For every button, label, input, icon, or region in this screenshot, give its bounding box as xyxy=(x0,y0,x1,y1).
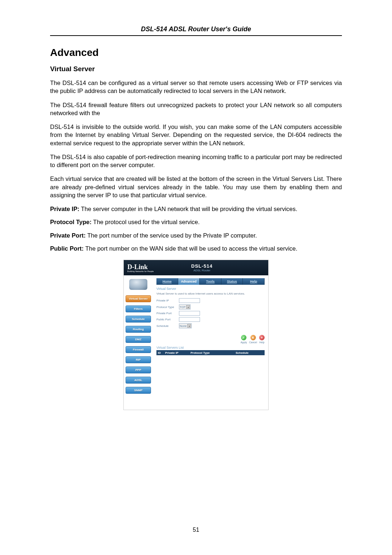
column-private-ip: Private IP xyxy=(165,351,191,355)
tab-tools[interactable]: Tools xyxy=(200,278,221,285)
servers-list-header: ID Private IP Protocol Type Schedule xyxy=(156,350,265,355)
private-ip-label: Private IP xyxy=(156,299,179,302)
body-paragraph: The DSL-514 firewall feature filters out… xyxy=(50,101,342,117)
chevron-down-icon: ▾ xyxy=(186,305,190,309)
public-port-input[interactable] xyxy=(179,317,200,322)
cancel-icon: ✕ xyxy=(250,335,256,340)
body-paragraph: The DSL-514 is also capable of port-redi… xyxy=(50,153,342,169)
check-icon: ✓ xyxy=(241,335,246,340)
definition-desc: The port number of the service used by t… xyxy=(86,232,257,239)
tab-row: Home Advanced Tools Status Help xyxy=(156,278,265,285)
definition-private-ip: Private IP: The server computer in the L… xyxy=(50,205,342,213)
sidebar-item-rip[interactable]: RIP xyxy=(126,356,151,363)
product-image xyxy=(129,279,147,290)
help-button[interactable]: + Help xyxy=(259,335,265,344)
body-paragraph: The DSL-514 can be configured as a virtu… xyxy=(50,79,342,95)
router-header: D-Link Building Networks for People DSL-… xyxy=(124,260,268,275)
page-number: 51 xyxy=(0,527,392,533)
servers-list-title: Virtual Servers List xyxy=(156,346,265,349)
body-paragraph: DSL-514 is invisible to the outside worl… xyxy=(50,123,342,147)
schedule-label: Schedule xyxy=(156,324,179,328)
column-id: ID xyxy=(156,351,165,355)
private-port-label: Private Port xyxy=(156,312,179,315)
brand-logo: D-Link xyxy=(127,263,154,271)
cancel-button[interactable]: ✕ Cancel xyxy=(249,335,257,344)
body-paragraph: Each virtual service that are created wi… xyxy=(50,175,342,199)
definition-desc: The port number on the WAN side that wil… xyxy=(84,245,298,252)
tab-home[interactable]: Home xyxy=(156,278,178,285)
sidebar-item-adsl[interactable]: ADSL xyxy=(126,377,151,384)
sidebar-item-ppp[interactable]: PPP xyxy=(126,366,151,373)
sidebar-item-schedule[interactable]: Schedule xyxy=(126,316,151,323)
protocol-type-select[interactable]: TCP ▾ xyxy=(179,304,191,309)
chevron-down-icon: ▾ xyxy=(187,324,191,328)
help-label: Help xyxy=(259,341,264,344)
private-port-input[interactable] xyxy=(179,311,200,316)
apply-button[interactable]: ✓ Apply xyxy=(241,335,247,344)
protocol-type-value: TCP xyxy=(180,305,185,309)
router-screenshot: D-Link Building Networks for People DSL-… xyxy=(123,260,269,410)
subsection-title: Virtual Server xyxy=(50,65,342,73)
definition-desc: The server computer in the LAN network t… xyxy=(79,206,297,212)
public-port-label: Public Port xyxy=(156,318,179,321)
schedule-select[interactable]: None ▾ xyxy=(179,323,192,328)
definition-public-port: Public Port: The port number on the WAN … xyxy=(50,244,342,252)
cancel-label: Cancel xyxy=(249,341,257,344)
sidebar-item-filters[interactable]: Filters xyxy=(126,305,151,312)
document-header: DSL-514 ADSL Router User's Guide xyxy=(50,25,342,36)
column-schedule: Schedule xyxy=(220,351,265,355)
panel-description: Virtual Server is used to allow Internet… xyxy=(156,292,265,295)
definition-private-port: Private Port: The port number of the ser… xyxy=(50,231,342,239)
model-title: DSL-514 xyxy=(191,263,213,269)
sidebar: Virtual Server Filters Schedule Routing … xyxy=(124,275,153,410)
definition-term: Private Port: xyxy=(50,232,86,239)
model-subtitle: ADSL Router xyxy=(191,269,213,272)
definition-term: Protocol Type: xyxy=(50,219,91,225)
panel-title: Virtual Server xyxy=(156,287,265,291)
private-ip-input[interactable] xyxy=(179,298,200,303)
definition-term: Private IP: xyxy=(50,206,79,212)
sidebar-item-snmp[interactable]: SNMP xyxy=(126,387,151,394)
tab-help[interactable]: Help xyxy=(243,278,265,285)
apply-label: Apply xyxy=(241,341,247,344)
column-protocol-type: Protocol Type xyxy=(191,351,220,355)
section-title: Advanced xyxy=(50,47,342,58)
protocol-type-label: Protocol Type xyxy=(156,305,179,309)
schedule-value: None xyxy=(180,324,187,328)
definition-desc: The protocol used for the virtual servic… xyxy=(91,219,200,225)
definition-term: Public Port: xyxy=(50,245,84,252)
sidebar-item-firewall[interactable]: Firewall xyxy=(126,346,151,353)
tab-status[interactable]: Status xyxy=(221,278,243,285)
sidebar-item-dmz[interactable]: DMZ xyxy=(126,336,151,343)
definition-protocol-type: Protocol Type: The protocol used for the… xyxy=(50,218,342,226)
sidebar-item-routing[interactable]: Routing xyxy=(126,326,151,333)
main-panel: Home Advanced Tools Status Help Virtual … xyxy=(153,275,268,410)
sidebar-item-virtual-server[interactable]: Virtual Server xyxy=(126,295,151,302)
tab-advanced[interactable]: Advanced xyxy=(178,278,200,285)
help-icon: + xyxy=(259,335,265,340)
brand-tagline: Building Networks for People xyxy=(127,270,154,272)
